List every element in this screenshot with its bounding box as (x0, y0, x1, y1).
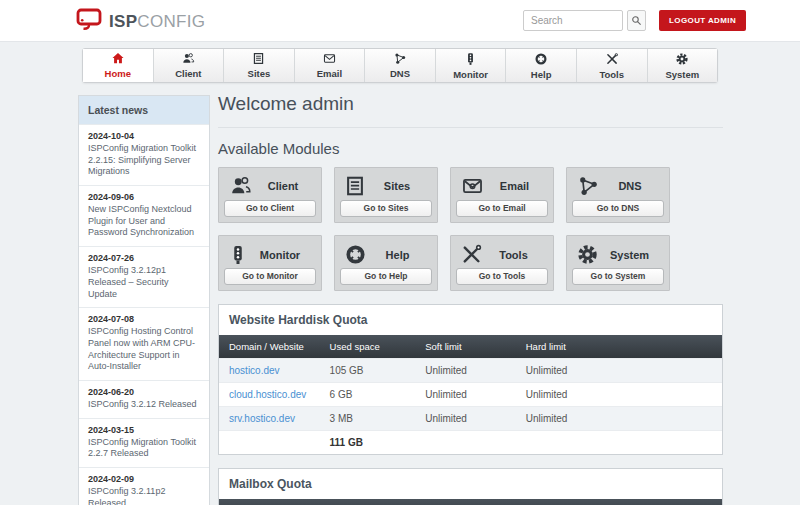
news-item[interactable]: 2024-03-15 ISPConfig Migration Toolkit 2… (79, 418, 209, 467)
news-item[interactable]: 2024-02-09 ISPConfig 3.2.11p2 Released (79, 467, 209, 505)
news-item[interactable]: 2024-09-06 New ISPConfig Nextcloud Plugi… (79, 185, 209, 246)
news-item[interactable]: 2024-07-08 ISPConfig Hosting Control Pan… (79, 307, 209, 380)
module-card-monitor: Monitor Go to Monitor (218, 235, 322, 291)
news-text: ISPConfig Migration Toolkit 2.2.15: Simp… (88, 143, 200, 178)
monitor-icon (228, 243, 248, 267)
column-header: Soft limit (415, 335, 516, 359)
page-title: Welcome admin (218, 93, 723, 128)
tab-tools-label: Tools (599, 69, 624, 80)
news-item[interactable]: 2024-07-26 ISPConfig 3.2.12p1 Released –… (79, 246, 209, 307)
news-date: 2024-06-20 (88, 387, 200, 397)
news-text: New ISPConfig Nextcloud Plugin for User … (88, 204, 200, 239)
logo-text-isp: ISP (109, 12, 137, 31)
tab-dns-label: DNS (390, 68, 410, 79)
tab-dns[interactable]: DNS (365, 49, 436, 82)
go-to-monitor-button[interactable]: Go to Monitor (224, 268, 316, 285)
help-icon (534, 52, 548, 66)
domain-link[interactable]: srv.hostico.dev (229, 413, 295, 424)
module-card-system: System Go to System (566, 235, 670, 291)
module-name: Email (485, 180, 544, 192)
domain-link[interactable]: hostico.dev (229, 365, 280, 376)
hard-limit-cell: Unlimited (516, 407, 722, 431)
logout-admin-button[interactable]: LOGOUT ADMIN (659, 10, 746, 31)
go-to-help-button[interactable]: Go to Help (340, 268, 432, 285)
soft-limit-cell: Unlimited (415, 359, 516, 383)
tab-sites-label: Sites (248, 68, 271, 79)
tab-help[interactable]: Help (506, 49, 577, 82)
latest-news-panel: Latest news 2024-10-04 ISPConfig Migrati… (78, 95, 210, 505)
search-area (523, 10, 646, 31)
column-header: Used Space (415, 499, 516, 505)
news-date: 2024-10-04 (88, 131, 200, 141)
column-header: Domain / Website (219, 335, 320, 359)
module-card-tools: Tools Go to Tools (450, 235, 554, 291)
tab-tools[interactable]: Tools (577, 49, 648, 82)
monitor-logo-icon (76, 8, 103, 35)
dns-icon (393, 52, 407, 65)
tab-client-label: Client (175, 68, 201, 79)
go-to-dns-button[interactable]: Go to DNS (572, 200, 664, 217)
module-name: System (599, 249, 660, 261)
tab-system[interactable]: System (648, 49, 718, 82)
search-input[interactable] (523, 10, 623, 31)
search-icon (631, 15, 642, 26)
module-name: DNS (600, 180, 660, 192)
used-space-cell: 3 MB (320, 407, 416, 431)
news-date: 2024-07-08 (88, 314, 200, 324)
harddisk-quota-table: Domain / Website Used space Soft limit H… (219, 335, 722, 454)
website-harddisk-quota-panel: Website Harddisk Quota Domain / Website … (218, 304, 723, 455)
go-to-sites-button[interactable]: Go to Sites (340, 200, 432, 217)
client-icon (228, 175, 254, 197)
system-icon (675, 52, 689, 66)
sites-icon (344, 175, 366, 197)
tab-monitor-label: Monitor (453, 69, 488, 80)
top-header: ISPCONFIG LOGOUT ADMIN (0, 0, 800, 42)
harddisk-quota-title: Website Harddisk Quota (219, 305, 722, 335)
tab-email[interactable]: Email (295, 49, 366, 82)
module-name: Help (367, 249, 428, 261)
go-to-client-button[interactable]: Go to Client (224, 200, 316, 217)
tab-sites[interactable]: Sites (224, 49, 295, 82)
news-text: ISPConfig Hosting Control Panel now with… (88, 326, 200, 373)
go-to-system-button[interactable]: Go to System (572, 268, 664, 285)
column-header: Name (320, 499, 416, 505)
soft-limit-cell: Unlimited (415, 407, 516, 431)
news-date: 2024-03-15 (88, 425, 200, 435)
tools-icon (605, 52, 619, 66)
tab-home[interactable]: Home (83, 49, 154, 82)
table-row: srv.hostico.dev 3 MB Unlimited Unlimited (219, 407, 722, 431)
news-item[interactable]: 2024-10-04 ISPConfig Migration Toolkit 2… (79, 124, 209, 185)
hard-limit-cell: Unlimited (516, 359, 722, 383)
news-item[interactable]: 2024-06-20 ISPConfig 3.2.12 Released (79, 380, 209, 418)
module-card-dns: DNS Go to DNS (566, 167, 670, 223)
tab-email-label: Email (317, 68, 342, 79)
module-card-help: Help Go to Help (334, 235, 438, 291)
news-text: ISPConfig 3.2.12 Released (88, 399, 200, 411)
tab-client[interactable]: Client (154, 49, 225, 82)
domain-link[interactable]: cloud.hostico.dev (229, 389, 306, 400)
modules-grid: Client Go to Client Sites Go to Sites (218, 167, 723, 291)
mailbox-quota-title: Mailbox Quota (219, 469, 722, 499)
go-to-email-button[interactable]: Go to Email (456, 200, 548, 217)
system-icon (576, 243, 599, 266)
email-icon (460, 175, 485, 197)
mailbox-quota-table: Email Address Name Used Space Quota offi… (219, 499, 722, 505)
column-header: Hard limit (516, 335, 722, 359)
module-card-email: Email Go to Email (450, 167, 554, 223)
news-date: 2024-09-06 (88, 192, 200, 202)
ispconfig-logo: ISPCONFIG (76, 8, 205, 35)
hard-limit-cell: Unlimited (516, 383, 722, 407)
dns-icon (576, 175, 600, 197)
mailbox-quota-panel: Mailbox Quota Email Address Name Used Sp… (218, 468, 723, 505)
monitor-icon (464, 52, 477, 66)
go-to-system-button-tools[interactable]: Go to Tools (456, 268, 548, 285)
module-card-sites: Sites Go to Sites (334, 167, 438, 223)
news-text: ISPConfig Migration Toolkit 2.2.7 Releas… (88, 437, 200, 460)
module-name: Sites (366, 180, 428, 192)
search-button[interactable] (627, 10, 646, 31)
total-used-space: 111 GB (320, 431, 416, 455)
logo-text-config: CONFIG (137, 12, 205, 31)
total-row: 111 GB (219, 431, 722, 455)
client-icon (181, 52, 196, 65)
tab-monitor[interactable]: Monitor (436, 49, 507, 82)
